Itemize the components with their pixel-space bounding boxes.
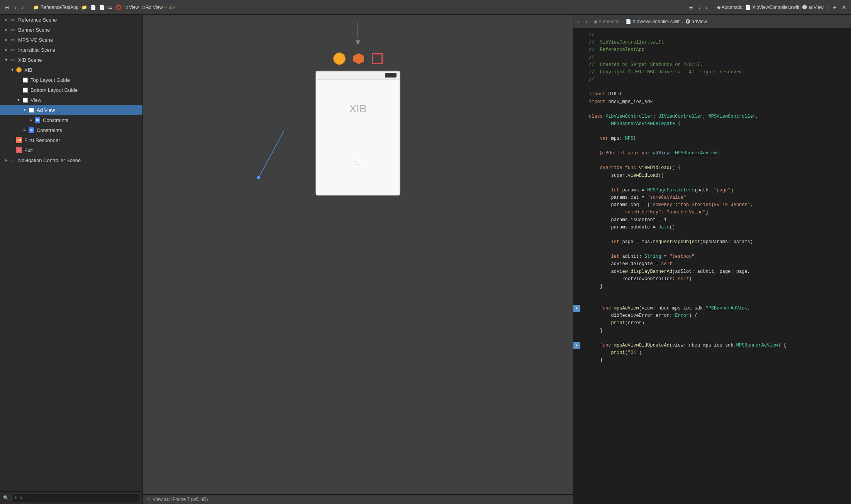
bottom-layout-label: Bottom Layout Guide (31, 87, 139, 93)
scene-icon-xib: ▭ (9, 56, 16, 63)
scene-icon-banner: ▭ (9, 26, 16, 33)
mps-scene-label: MPS VC Scene (18, 37, 139, 43)
sidebar-item-top-layout[interactable]: ▶ Top Layout Guide (0, 75, 142, 85)
code-line-42 (573, 335, 851, 342)
breadcrumb-circle[interactable]: ⭕ (116, 5, 122, 10)
code-line-12: class XibViewController: UIViewControlle… (573, 113, 851, 120)
constraints-inner-label: Constraints (43, 117, 139, 123)
constraints-inner-icon: ⊞ (34, 117, 41, 123)
first-responder-label: First Responder (24, 137, 139, 143)
code-line-19: override func viewDidLoad() { (573, 164, 851, 172)
code-line-15: var mps: MPS! (573, 135, 851, 142)
code-line-18 (573, 157, 851, 164)
breadcrumb-back2[interactable]: ‹ (166, 5, 168, 10)
code-line-24: params.cag = ["someKey":"top Stories|kyl… (573, 201, 851, 209)
breadcrumb-warning[interactable]: ⚠ (168, 5, 173, 10)
code-scroll[interactable]: // // XibViewController.swift // Referen… (573, 29, 851, 504)
sidebar-item-reference-scene[interactable]: ▶ ▭ Reference Scene (0, 15, 142, 25)
nav-back-button[interactable]: ‹ (13, 3, 18, 11)
code-nav-back[interactable]: ‹ (576, 18, 581, 25)
canvas-scroll[interactable]: ▼ XIB (143, 15, 573, 494)
exit-icon: → (15, 147, 22, 154)
sidebar-item-bottom-layout[interactable]: ▶ Bottom Layout Guide (0, 85, 142, 95)
breadcrumb-file2[interactable]: 📄 (99, 5, 105, 10)
connection-dot-left (398, 137, 402, 141)
breadcrumb-swift-file[interactable]: 📄 XibViewController.swift (745, 5, 799, 10)
sidebar-item-nav-controller-scene[interactable]: ▶ ▭ Navigation Controller Scene (0, 155, 142, 165)
arrow-xib: ▼ (9, 67, 15, 73)
exit-label: Exit (24, 147, 139, 153)
sidebar-item-interstitial-scene[interactable]: ▶ ▭ Interstitial Scene (0, 45, 142, 55)
scene-cube-icon (353, 53, 364, 64)
arrow-xib-scene: ▼ (3, 57, 9, 63)
separator-3 (827, 3, 828, 11)
right-fwd-button[interactable]: › (704, 3, 709, 11)
code-line-23: params.cat = "someCatValue" (573, 194, 851, 201)
breadcrumb-storyboard[interactable]: 🗂 (108, 5, 113, 10)
sidebar-item-banner-scene[interactable]: ▶ ▭ Banner Scene (0, 25, 142, 35)
breadcrumb-app[interactable]: 📁 ReferenceTestApp (33, 5, 78, 10)
sidebar-item-ad-view[interactable]: ▼ Ad View (0, 105, 142, 115)
code-line-29: let page = mps.requestPageObject(mpsPara… (573, 238, 851, 246)
breadcrumb-adview[interactable]: □ Ad View (142, 5, 163, 10)
reference-scene-label: Reference Scene (18, 17, 139, 23)
arrow-banner: ▶ (3, 27, 9, 33)
right-grid-button[interactable]: ⊞ (687, 3, 695, 11)
code-line-45: } (573, 357, 851, 364)
entry-arrow: ▼ (354, 22, 362, 47)
sidebar-item-xib-scene[interactable]: ▼ ▭ XIB Scene (0, 55, 142, 65)
sidebar-scroll[interactable]: ▶ ▭ Reference Scene ▶ ▭ Banner Scene ▶ ▭… (0, 15, 142, 491)
code-nav-fwd[interactable]: › (584, 18, 589, 25)
sidebar-item-constraints-inner[interactable]: ▶ ⊞ Constraints (0, 115, 142, 125)
view-as-label: View as: iPhone 7 (wC hR) (153, 497, 208, 502)
nav-controller-icon: ▭ (9, 157, 16, 164)
code-filename-label: 📄 XibViewController.swift (626, 19, 680, 24)
left-breadcrumb: 📁 ReferenceTestApp › 📁 › 📄 › 📄 › 🗂 › ⭕ ›… (33, 5, 175, 10)
close-editor-button[interactable]: ✕ (840, 3, 848, 11)
canvas-content: ▼ XIB (143, 15, 573, 494)
first-responder-icon: FR (15, 137, 22, 144)
code-line-4: // (573, 54, 851, 61)
nav-forward-button[interactable]: › (20, 3, 25, 11)
breadcrumb-sep-code2: › (682, 19, 683, 24)
ad-view-icon (28, 107, 35, 113)
scene-icon-reference: ▭ (9, 16, 16, 23)
sidebar-item-xib[interactable]: ▼ XIB (0, 65, 142, 75)
code-line-3: // ReferenceTestApp (573, 46, 851, 54)
xib-label: XIB (24, 67, 139, 73)
sidebar-item-first-responder[interactable]: ▶ FR First Responder (0, 135, 142, 145)
code-automatic-label: ◆ Automatic (594, 19, 619, 24)
add-editor-button[interactable]: + (832, 3, 838, 11)
sidebar-filter: 🔍 (0, 491, 142, 504)
breadcrumb-folder[interactable]: 📁 (81, 5, 87, 10)
right-back-button[interactable]: ‹ (697, 3, 702, 11)
code-line-31: let adUnit: String = "testbox" (573, 253, 851, 260)
constraints-outer-label: Constraints (37, 127, 139, 133)
breadcrumb-adview-code[interactable]: 🅟 adView (802, 5, 823, 10)
sidebar-item-exit[interactable]: ▶ → Exit (0, 145, 142, 155)
breadcrumb-automatic[interactable]: ◆ Automatic (717, 5, 742, 10)
code-line-34: rootViewController: self) (573, 276, 851, 283)
grid-button[interactable]: ⊞ (3, 3, 11, 11)
breadcrumb-fwd2[interactable]: › (173, 5, 175, 10)
code-arrow-indicator-1: ▶ (573, 305, 580, 312)
filter-input[interactable] (11, 494, 139, 502)
arrow-constraints-outer: ▶ (22, 127, 28, 133)
code-line-44: print("OK") (573, 349, 851, 357)
canvas-bottom-bar: □ View as: iPhone 7 (wC hR) (143, 494, 573, 504)
right-breadcrumb: ◆ Automatic › 📄 XibViewController.swift … (717, 5, 824, 10)
code-line-39: didReceiveError error: Error) { (573, 312, 851, 320)
code-line-32: adView.delegate = self (573, 260, 851, 268)
sidebar-item-mps-scene[interactable]: ▶ ▭ MPS VC Scene (0, 35, 142, 45)
sidebar-item-constraints-outer[interactable]: ▶ ⊞ Constraints (0, 125, 142, 135)
code-line-38: ▶ func mpsAdView(view: nbcu_mps_ios_sdk.… (573, 305, 851, 312)
sidebar-item-view[interactable]: ▼ View (0, 95, 142, 105)
arrow-mps: ▶ (3, 37, 9, 43)
filter-search-icon: 🔍 (3, 495, 9, 501)
code-line-6: // Copyright © 2017 NBC Universal. All r… (573, 69, 851, 76)
breadcrumb-file1[interactable]: 📄 (90, 5, 96, 10)
main-content: ▶ ▭ Reference Scene ▶ ▭ Banner Scene ▶ ▭… (0, 15, 851, 504)
breadcrumb-view[interactable]: □ View (125, 5, 139, 10)
right-toolbar: ⊞ ‹ › ◆ Automatic › 📄 XibViewController.… (687, 3, 848, 11)
scene-icon-mps: ▭ (9, 36, 16, 43)
